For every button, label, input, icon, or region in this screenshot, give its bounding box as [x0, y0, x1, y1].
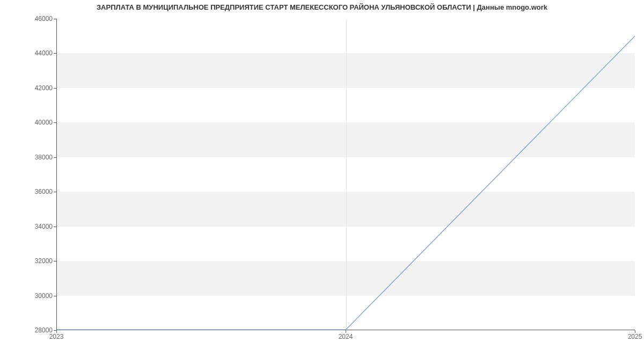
series-line-svg — [57, 19, 635, 330]
x-tick-label: 2025 — [628, 333, 642, 340]
x-tick-mark — [346, 330, 346, 333]
y-tick-label: 44000 — [4, 49, 53, 57]
plot-area — [56, 19, 635, 330]
y-tick-label: 38000 — [4, 154, 53, 161]
y-tick-label: 36000 — [4, 188, 53, 195]
x-tick-mark — [56, 330, 57, 333]
chart-container: ЗАРПЛАТА В МУНИЦИПАЛЬНОЕ ПРЕДПРИЯТИЕ СТА… — [0, 0, 644, 349]
y-tick-label: 34000 — [4, 223, 53, 230]
x-tick-label: 2023 — [49, 333, 64, 340]
y-tick-label: 30000 — [4, 292, 53, 300]
chart-title: ЗАРПЛАТА В МУНИЦИПАЛЬНОЕ ПРЕДПРИЯТИЕ СТА… — [0, 3, 644, 11]
y-tick-label: 40000 — [4, 119, 53, 126]
x-tick-label: 2024 — [339, 333, 353, 340]
y-tick-label: 46000 — [4, 15, 53, 23]
y-tick-label: 32000 — [4, 257, 53, 265]
y-tick-label: 28000 — [4, 326, 53, 334]
x-tick-mark — [635, 330, 635, 333]
series-line — [57, 36, 635, 330]
y-tick-label: 42000 — [4, 84, 53, 92]
